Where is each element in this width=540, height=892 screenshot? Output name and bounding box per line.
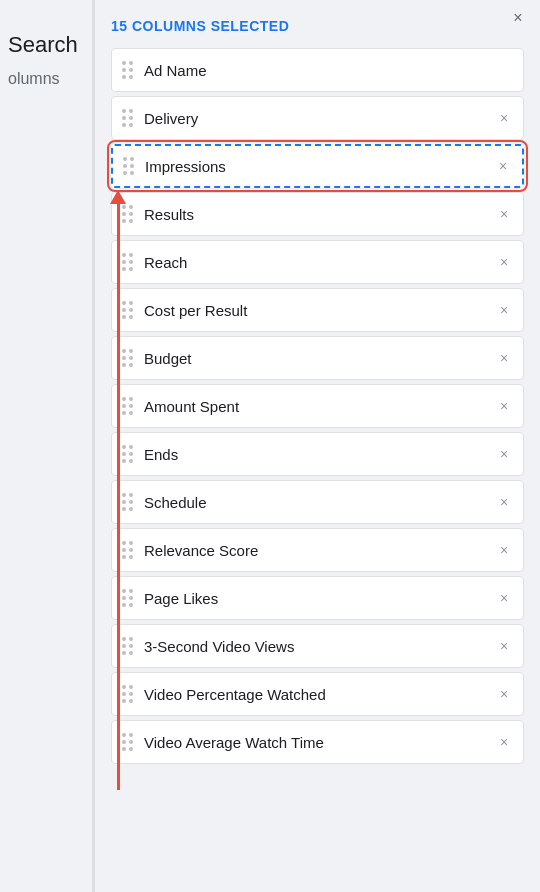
remove-button[interactable]: × — [495, 589, 513, 607]
drag-handle — [122, 109, 134, 128]
column-item-amount-spent[interactable]: Amount Spent × — [111, 384, 524, 428]
column-item-video-percentage-watched[interactable]: Video Percentage Watched × — [111, 672, 524, 716]
column-item-video-average-watch-time[interactable]: Video Average Watch Time × — [111, 720, 524, 764]
remove-button[interactable]: × — [495, 397, 513, 415]
drag-handle — [122, 397, 134, 416]
column-item-page-likes[interactable]: Page Likes × — [111, 576, 524, 620]
drag-handle — [122, 685, 134, 704]
column-item-3-second-video-views[interactable]: 3-Second Video Views × — [111, 624, 524, 668]
remove-button[interactable]: × — [495, 205, 513, 223]
remove-button[interactable]: × — [495, 541, 513, 559]
drag-handle — [122, 61, 134, 80]
column-item-budget[interactable]: Budget × — [111, 336, 524, 380]
drag-handle — [122, 205, 134, 224]
column-item-ends[interactable]: Ends × — [111, 432, 524, 476]
remove-button[interactable]: × — [495, 109, 513, 127]
column-label: Impressions — [145, 158, 494, 175]
remove-button[interactable]: × — [494, 157, 512, 175]
column-item-schedule[interactable]: Schedule × — [111, 480, 524, 524]
columns-selected-text: COLUMNS SELECTED — [132, 18, 289, 34]
remove-button[interactable]: × — [495, 301, 513, 319]
drag-handle — [122, 349, 134, 368]
sidebar: Search olumns — [0, 0, 95, 892]
column-item-results[interactable]: Results × — [111, 192, 524, 236]
column-item-relevance-score[interactable]: Relevance Score × — [111, 528, 524, 572]
column-label: Cost per Result — [144, 302, 495, 319]
columns-list: Ad Name Delivery × Impressions — [111, 48, 524, 768]
column-label: Budget — [144, 350, 495, 367]
sidebar-search-label: Search — [8, 32, 78, 58]
drag-handle — [122, 493, 134, 512]
drag-handle — [122, 733, 134, 752]
remove-button[interactable]: × — [495, 349, 513, 367]
column-label: Video Percentage Watched — [144, 686, 495, 703]
remove-button[interactable]: × — [495, 493, 513, 511]
column-label: 3-Second Video Views — [144, 638, 495, 655]
drag-handle — [122, 445, 134, 464]
remove-button[interactable]: × — [495, 637, 513, 655]
column-item-reach[interactable]: Reach × — [111, 240, 524, 284]
column-item-impressions[interactable]: Impressions × — [111, 144, 524, 188]
remove-button[interactable]: × — [495, 253, 513, 271]
drag-handle — [122, 637, 134, 656]
column-item-delivery[interactable]: Delivery × — [111, 96, 524, 140]
main-content: 15 COLUMNS SELECTED Ad Name — [95, 0, 540, 892]
page-container: × Search olumns 15 COLUMNS SELECTED Ad N… — [0, 0, 540, 892]
columns-count: 15 — [111, 18, 128, 34]
columns-selected-header: 15 COLUMNS SELECTED — [111, 18, 524, 34]
column-label: Results — [144, 206, 495, 223]
remove-button[interactable]: × — [495, 733, 513, 751]
drag-handle — [123, 157, 135, 176]
column-label: Delivery — [144, 110, 495, 127]
column-label: Video Average Watch Time — [144, 734, 495, 751]
drag-handle — [122, 301, 134, 320]
column-item-ad-name[interactable]: Ad Name — [111, 48, 524, 92]
remove-button[interactable]: × — [495, 685, 513, 703]
column-label: Schedule — [144, 494, 495, 511]
column-label: Page Likes — [144, 590, 495, 607]
drag-handle — [122, 253, 134, 272]
column-label: Ad Name — [144, 62, 513, 79]
column-item-cost-per-result[interactable]: Cost per Result × — [111, 288, 524, 332]
drag-handle — [122, 589, 134, 608]
drag-handle — [122, 541, 134, 560]
remove-button[interactable]: × — [495, 445, 513, 463]
sidebar-columns-label: olumns — [8, 70, 60, 88]
column-label: Reach — [144, 254, 495, 271]
column-label: Amount Spent — [144, 398, 495, 415]
column-label: Relevance Score — [144, 542, 495, 559]
column-label: Ends — [144, 446, 495, 463]
